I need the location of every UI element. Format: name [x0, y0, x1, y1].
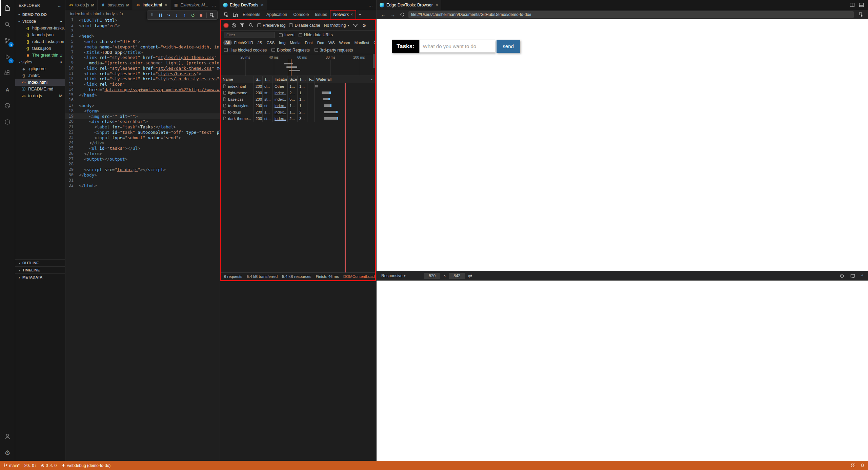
- activity-bar-item-azure[interactable]: A: [0, 81, 15, 98]
- send-button[interactable]: send: [497, 40, 520, 53]
- add-tool-button[interactable]: +: [356, 12, 364, 17]
- scrollbar[interactable]: [373, 54, 375, 68]
- column-header-initiator[interactable]: Initiator: [273, 76, 288, 83]
- tree-item-launch.json[interactable]: {}launch.json: [15, 32, 65, 38]
- breadcrumb-item[interactable]: body: [106, 12, 115, 16]
- column-header-name[interactable]: Name: [221, 76, 254, 83]
- tree-item-http-server-tasks.j...[interactable]: {}http-server-tasks.j...: [15, 25, 65, 32]
- tool-tab-console[interactable]: Console: [290, 10, 312, 19]
- request-row-light-theme...[interactable]: light-theme...200st...index...2...1...: [221, 89, 375, 96]
- request-row-to-do-styles...[interactable]: to-do-styles...200st...index...1...1...: [221, 102, 375, 109]
- step-over-button[interactable]: ↷: [165, 12, 172, 19]
- filter-pill-media[interactable]: Media: [288, 40, 302, 45]
- throttling-dropdown[interactable]: No throttling▾: [324, 23, 349, 28]
- activity-bar-item-settings-gear[interactable]: ⚙: [0, 445, 15, 461]
- settings-gear-icon[interactable]: ⚙: [362, 23, 367, 28]
- tab-overflow-button[interactable]: …: [365, 0, 376, 10]
- close-icon[interactable]: ×: [261, 2, 264, 7]
- debug-session-item[interactable]: webdebug (demo-to-do): [61, 463, 110, 468]
- tree-item-.hintrc[interactable]: {}.hintrc: [15, 72, 65, 79]
- touch-simulation-icon[interactable]: [840, 273, 844, 278]
- hide-data-urls-checkbox[interactable]: Hide data URLs: [299, 33, 333, 37]
- editor-layout-icon[interactable]: [859, 2, 864, 7]
- request-row-to-do.js[interactable]: to-do.js200s...index...1...2...: [221, 109, 375, 115]
- step-out-button[interactable]: ↑: [181, 12, 188, 19]
- collapse-icon[interactable]: ^: [861, 273, 863, 279]
- activity-bar-item-source-control[interactable]: 4: [0, 33, 15, 49]
- preserve-log-checkbox[interactable]: Preserve log: [257, 23, 285, 28]
- column-header-t[interactable]: T...: [263, 76, 273, 83]
- code-editor[interactable]: 1<!DOCTYPE html>2<html lang="en">34<head…: [65, 18, 220, 461]
- checkbox-3rd-party-requests[interactable]: 3rd-party requests: [315, 48, 353, 53]
- filter-input[interactable]: Filter: [224, 32, 275, 38]
- column-header-ti[interactable]: Ti...: [298, 76, 307, 83]
- tab-edge-devtools-browser[interactable]: Edge DevTools: Browser ×: [377, 0, 441, 10]
- close-icon[interactable]: ×: [165, 2, 167, 7]
- column-header-waterfall[interactable]: Waterfall▲: [315, 76, 375, 83]
- step-into-button[interactable]: ↓: [173, 12, 180, 19]
- network-conditions-icon[interactable]: [353, 23, 358, 28]
- notifications-bell-icon[interactable]: [860, 463, 865, 468]
- filter-pill-other[interactable]: Other: [371, 40, 376, 45]
- breadcrumb-item[interactable]: index.html: [70, 12, 89, 16]
- activity-bar-item-edge-tools[interactable]: [0, 114, 15, 130]
- reload-icon[interactable]: [399, 12, 406, 17]
- device-height-field[interactable]: 842: [449, 273, 465, 279]
- tab-extension-m...[interactable]: ▦Extension: M...: [170, 0, 212, 10]
- tool-tab-elements[interactable]: Elements: [240, 10, 263, 19]
- tree-item-readme.md[interactable]: ⓘREADME.md: [15, 86, 65, 93]
- screencast-inspect-icon[interactable]: [858, 12, 865, 17]
- problems-item[interactable]: ⊗ 0 ⚠ 0: [41, 463, 57, 468]
- device-width-field[interactable]: 520: [424, 273, 440, 279]
- activity-bar-item-remote-tools[interactable]: [0, 98, 15, 114]
- ports-icon[interactable]: [851, 463, 855, 468]
- inspect-button[interactable]: [208, 12, 216, 19]
- back-icon[interactable]: ←: [380, 12, 387, 18]
- activity-bar-item-accounts[interactable]: [0, 428, 15, 445]
- initiator-link[interactable]: index...: [275, 91, 286, 95]
- restart-button[interactable]: ↺: [189, 12, 197, 19]
- activity-bar-item-explorer[interactable]: [0, 0, 15, 16]
- search-icon[interactable]: [248, 23, 254, 28]
- checkbox-has-blocked-cookies[interactable]: Has blocked cookies: [224, 48, 267, 53]
- forward-icon[interactable]: →: [389, 12, 396, 18]
- tab-overflow-button[interactable]: …: [208, 0, 220, 10]
- close-icon[interactable]: ×: [436, 2, 438, 7]
- checkbox-blocked-requests[interactable]: Blocked Requests: [271, 48, 310, 53]
- sidebar-section-metadata[interactable]: ›METADATA: [15, 273, 65, 281]
- tool-tab-issues[interactable]: Issues: [312, 10, 330, 19]
- clear-icon[interactable]: [232, 23, 236, 27]
- tab-index.html[interactable]: <>index.html×: [133, 0, 171, 10]
- activity-bar-item-search[interactable]: [0, 16, 15, 33]
- git-sync-item[interactable]: 20↓ 0↑: [24, 463, 36, 468]
- request-row-dark-theme...[interactable]: dark-theme...200st...index...2...3...: [221, 115, 375, 122]
- inspect-element-icon[interactable]: [222, 11, 231, 18]
- initiator-link[interactable]: index...: [275, 104, 286, 108]
- column-header-size[interactable]: Size: [288, 76, 298, 83]
- filter-pill-js[interactable]: JS: [256, 40, 264, 45]
- project-root-row[interactable]: › DEMO-TO-DO: [15, 11, 65, 18]
- filter-pill-manifest[interactable]: Manifest: [352, 40, 371, 45]
- tool-tab-application[interactable]: Application: [263, 10, 290, 19]
- initiator-link[interactable]: index...: [275, 117, 286, 121]
- filter-pill-all[interactable]: All: [223, 40, 232, 45]
- activity-bar-item-run-debug[interactable]: 1: [0, 49, 15, 65]
- tree-item-styles[interactable]: ›styles●: [15, 59, 65, 65]
- stop-button[interactable]: ■: [197, 12, 205, 19]
- filter-pill-css[interactable]: CSS: [264, 40, 277, 45]
- tab-to-do.js[interactable]: JSto-do.jsM: [65, 0, 98, 10]
- request-row-base.css[interactable]: base.css200st...index...5...1...: [221, 96, 375, 102]
- record-icon[interactable]: [224, 23, 228, 27]
- tree-item-reload-tasks.json[interactable]: {}reload-tasks.json: [15, 38, 65, 45]
- disable-cache-checkbox[interactable]: Disable cache: [289, 23, 320, 28]
- filter-pill-ws[interactable]: WS: [326, 40, 337, 45]
- filter-pill-font[interactable]: Font: [303, 40, 315, 45]
- tab-edge-devtools[interactable]: Edge DevTools ×: [220, 0, 267, 10]
- rotate-viewport-icon[interactable]: ⇄: [468, 273, 472, 279]
- drag-handle-icon[interactable]: ⠿: [148, 12, 156, 19]
- tree-item-tasks.json[interactable]: {}tasks.json: [15, 45, 65, 52]
- filter-pill-wasm[interactable]: Wasm: [337, 40, 352, 45]
- tab-base.css[interactable]: #base.cssM: [98, 0, 133, 10]
- activity-bar-item-extensions[interactable]: [0, 65, 15, 81]
- breadcrumb-item[interactable]: html: [94, 12, 101, 16]
